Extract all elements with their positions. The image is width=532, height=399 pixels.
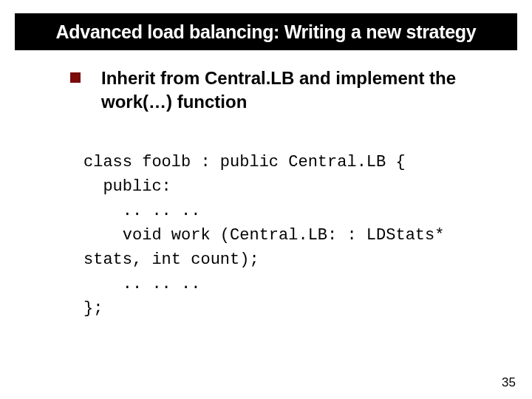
code-line: public: <box>83 177 171 196</box>
slide-title: Advanced load balancing: Writing a new s… <box>56 21 477 43</box>
code-line: .. .. .. <box>83 202 200 220</box>
slide: Advanced load balancing: Writing a new s… <box>0 0 532 399</box>
code-line: void work (Central.LB: : LDStats* <box>83 226 444 245</box>
bullet-text: Inherit from Central.LB and implement th… <box>101 66 488 115</box>
code-line: .. .. .. <box>83 275 200 293</box>
code-line: }; <box>83 299 103 318</box>
code-line: class foolb : public Central.LB { <box>83 153 406 171</box>
slide-body: Inherit from Central.LB and implement th… <box>70 66 488 321</box>
bullet-square-icon <box>70 72 81 83</box>
code-block: class foolb : public Central.LB { public… <box>83 150 488 321</box>
title-bar: Advanced load balancing: Writing a new s… <box>15 13 517 50</box>
page-number: 35 <box>502 375 516 390</box>
bullet-item: Inherit from Central.LB and implement th… <box>70 66 488 115</box>
code-line: stats, int count); <box>83 250 259 269</box>
